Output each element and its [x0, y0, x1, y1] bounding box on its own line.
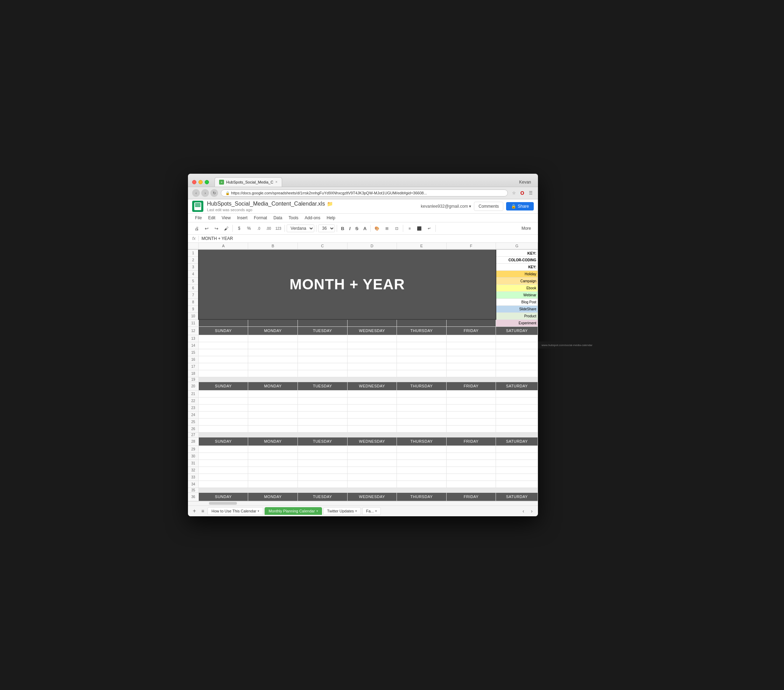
forward-button[interactable]: › [201, 189, 209, 197]
row-num-16: 16 [188, 356, 198, 363]
strikethrough-button[interactable]: S [353, 225, 361, 232]
comments-button[interactable]: Comments [474, 202, 503, 211]
valign-button[interactable]: ⬛ [415, 224, 424, 233]
row11-b[interactable] [248, 319, 298, 327]
dropdown-icon[interactable]: ▾ [469, 204, 471, 209]
sheet-tab-dropdown-icon-3[interactable]: ▾ [355, 509, 357, 513]
borders-button[interactable]: ⊞ [382, 224, 391, 233]
menu-insert[interactable]: Insert [234, 215, 250, 221]
scrollbar-thumb[interactable] [209, 502, 237, 505]
refresh-button[interactable]: ↻ [210, 189, 218, 197]
highlight-button[interactable]: 🎨 [372, 224, 382, 233]
row11-f[interactable] [446, 319, 496, 327]
font-select[interactable]: Verdana [287, 224, 314, 232]
key-product-cell: Product [496, 312, 538, 319]
row11-d[interactable] [347, 319, 397, 327]
sheets-tab-icon: ≡ [219, 180, 224, 185]
day-saturday-1: SATURDAY [496, 327, 538, 335]
menu-tools[interactable]: Tools [286, 215, 301, 221]
merge-button[interactable]: ⊡ [392, 224, 401, 233]
r13-d[interactable] [347, 335, 397, 342]
sheet-nav-prev[interactable]: ‹ [520, 507, 527, 515]
star-icon[interactable]: ☆ [511, 190, 517, 196]
currency-button[interactable]: $ [234, 224, 244, 233]
sheet-tab-fa[interactable]: Fa... ▾ [362, 507, 381, 515]
row-12: 12 SUNDAY MONDAY TUESDAY WEDNESDAY THURS… [188, 327, 538, 335]
day-thursday-1: THURSDAY [397, 327, 446, 335]
menu-icon[interactable]: ☰ [527, 190, 534, 196]
col-header-g[interactable]: G [496, 243, 538, 249]
menu-addons[interactable]: Add-ons [302, 215, 323, 221]
more-button[interactable]: More [519, 225, 534, 231]
paint-format-button[interactable]: 🖌 [222, 224, 231, 233]
spreadsheet-container[interactable]: A B C D E F G 1 MONTH + YEAR KEY: [188, 243, 538, 501]
font-size-select[interactable]: 36 [318, 224, 335, 232]
r13-c[interactable] [298, 335, 347, 342]
menu-data[interactable]: Data [270, 215, 285, 221]
col-header-d[interactable]: D [347, 243, 397, 249]
separator-2 [198, 432, 538, 437]
col-header-b[interactable]: B [248, 243, 298, 249]
sheet-tab-dropdown-icon-4[interactable]: ▾ [375, 509, 377, 513]
percent-button[interactable]: % [244, 224, 254, 233]
opera-icon[interactable]: O [519, 190, 525, 196]
sheet-tab-how-to-use[interactable]: How to Use This Calendar ▾ [208, 507, 263, 515]
col-header-c[interactable]: C [298, 243, 347, 249]
menu-view[interactable]: View [219, 215, 234, 221]
share-button[interactable]: 🔒 Share [506, 202, 534, 211]
row11-a[interactable] [198, 319, 248, 327]
row11-e[interactable] [397, 319, 446, 327]
r13-g[interactable] [496, 335, 538, 342]
r13-a[interactable] [198, 335, 248, 342]
minimize-button[interactable] [198, 180, 203, 184]
logo-line-3 [195, 205, 201, 206]
sheet-list-button[interactable]: ≡ [199, 507, 206, 515]
add-sheet-button[interactable]: + [191, 507, 198, 515]
back-button[interactable]: ‹ [192, 189, 200, 197]
tab-close-icon[interactable]: × [275, 180, 278, 184]
maximize-button[interactable] [205, 180, 209, 184]
browser-tab[interactable]: ≡ HubSpots_Social_Media_C × [214, 177, 282, 187]
menu-edit[interactable]: Edit [206, 215, 218, 221]
row-num-22: 22 [188, 397, 198, 404]
bottom-bar: www.hubspot.com/social-media-calendar [538, 342, 596, 348]
sheet-tab-twitter-updates[interactable]: Twitter Updates ▾ [323, 507, 361, 515]
title-cell[interactable]: MONTH + YEAR [198, 249, 496, 319]
print-button[interactable]: 🖨 [192, 224, 201, 233]
col-header-e[interactable]: E [397, 243, 446, 249]
url-bar[interactable]: 🔒 https://docs.google.com/spreadsheets/d… [221, 190, 508, 196]
sheet-tab-monthly-planning[interactable]: Monthly Planning Calendar ▾ [265, 507, 322, 515]
menu-format[interactable]: Format [251, 215, 270, 221]
key-campaign-cell: Campaign [496, 277, 538, 284]
day-monday-3: MONDAY [248, 437, 298, 446]
align-button[interactable]: ≡ [405, 224, 414, 233]
row-num-36: 36 [188, 492, 198, 501]
row-24: 24 [188, 411, 538, 418]
italic-button[interactable]: I [347, 225, 353, 232]
bold-button[interactable]: B [339, 225, 346, 232]
sheets-logo [192, 201, 203, 212]
undo-button[interactable]: ↩ [202, 224, 211, 233]
sheet-tab-dropdown-icon-2[interactable]: ▾ [316, 509, 318, 513]
close-button[interactable] [192, 180, 196, 184]
horizontal-scrollbar[interactable] [188, 501, 538, 505]
menu-file[interactable]: File [192, 215, 204, 221]
menu-help[interactable]: Help [324, 215, 338, 221]
decimal-increase-button[interactable]: .00 [264, 224, 273, 233]
folder-icon[interactable]: 📁 [327, 201, 333, 206]
redo-button[interactable]: ↪ [212, 224, 221, 233]
r13-e[interactable] [397, 335, 446, 342]
r13-f[interactable] [446, 335, 496, 342]
col-header-f[interactable]: F [446, 243, 496, 249]
col-header-a[interactable]: A [198, 243, 248, 249]
format-number-button[interactable]: 123 [274, 224, 283, 233]
sheet-tab-dropdown-icon-1[interactable]: ▾ [258, 509, 259, 513]
wrap-button[interactable]: ↵ [425, 224, 434, 233]
sheet-nav-next[interactable]: › [528, 507, 535, 515]
r13-b[interactable] [248, 335, 298, 342]
decimal-decrease-button[interactable]: .0 [254, 224, 263, 233]
row-num-31: 31 [188, 459, 198, 467]
key-blogpost-cell: Blog Post [496, 299, 538, 305]
row11-c[interactable] [298, 319, 347, 327]
font-color-button[interactable]: A [361, 225, 369, 232]
